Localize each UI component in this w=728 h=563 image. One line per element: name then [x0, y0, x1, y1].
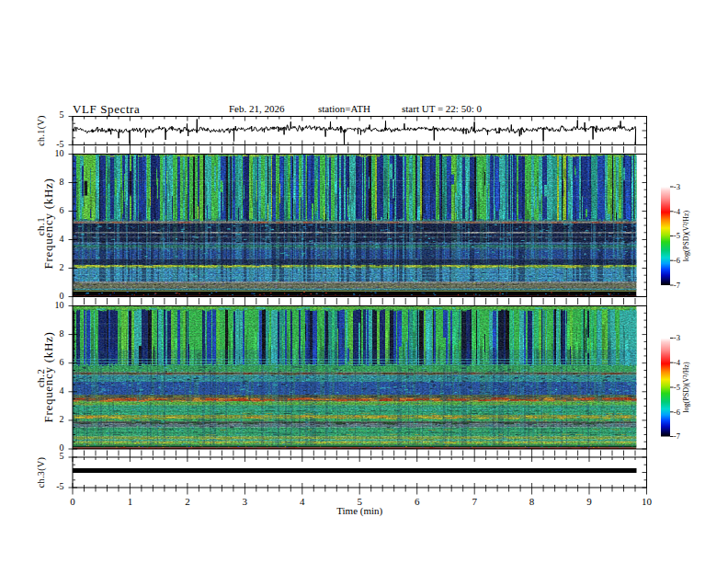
svg-text:-7: -7 [674, 281, 680, 290]
svg-text:4: 4 [300, 496, 305, 507]
svg-text:-4: -4 [674, 207, 681, 216]
svg-text:Time (min): Time (min) [336, 505, 382, 517]
svg-text:-5: -5 [674, 231, 680, 240]
svg-text:8: 8 [60, 177, 64, 187]
svg-text:6: 6 [60, 357, 64, 367]
svg-text:8: 8 [60, 328, 64, 339]
svg-text:10: 10 [55, 300, 64, 310]
svg-text:7: 7 [472, 496, 477, 507]
svg-text:ch.3(V): ch.3(V) [36, 457, 47, 488]
svg-text:Frequency (kHz): Frequency (kHz) [41, 332, 55, 423]
svg-text:0: 0 [60, 442, 64, 453]
svg-text:2: 2 [185, 496, 190, 507]
svg-text:-3: -3 [674, 333, 680, 342]
svg-text:Frequency (kHz): Frequency (kHz) [41, 178, 55, 270]
svg-text:ch.1(V): ch.1(V) [36, 115, 47, 146]
svg-text:6: 6 [415, 496, 420, 507]
svg-text:Feb. 21, 2026: Feb. 21, 2026 [229, 103, 285, 114]
svg-text:VLF Spectra: VLF Spectra [73, 102, 140, 116]
svg-text:log(PSD)(V²/Hz): log(PSD)(V²/Hz) [682, 211, 690, 262]
svg-text:station=ATH: station=ATH [318, 103, 370, 114]
svg-text:-4: -4 [674, 358, 681, 367]
svg-text:start UT = 22: 50: 0: start UT = 22: 50: 0 [402, 103, 482, 114]
svg-text:9: 9 [586, 496, 592, 507]
svg-text:-5: -5 [56, 481, 63, 491]
svg-text:-5: -5 [56, 139, 63, 149]
svg-text:-5: -5 [674, 383, 680, 392]
svg-text:-6: -6 [674, 256, 680, 265]
svg-text:0: 0 [70, 496, 75, 507]
svg-text:1: 1 [128, 496, 133, 507]
svg-text:5: 5 [60, 109, 64, 120]
svg-text:2: 2 [60, 262, 64, 272]
svg-text:4: 4 [60, 234, 64, 244]
svg-text:4: 4 [60, 385, 64, 396]
svg-text:2: 2 [60, 414, 64, 424]
svg-text:10: 10 [642, 496, 653, 507]
svg-text:8: 8 [529, 496, 535, 507]
svg-text:3: 3 [243, 496, 248, 507]
svg-text:10: 10 [55, 148, 64, 158]
svg-text:6: 6 [60, 205, 64, 215]
svg-text:-7: -7 [674, 431, 680, 441]
svg-text:log(PSD)(V²/Hz): log(PSD)(V²/Hz) [682, 362, 690, 413]
svg-text:-3: -3 [674, 182, 680, 191]
svg-text:-6: -6 [674, 408, 680, 417]
